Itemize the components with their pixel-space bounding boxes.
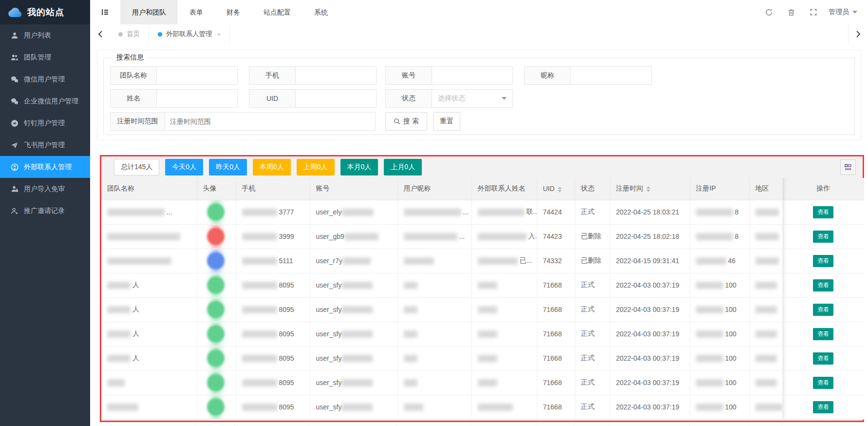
redacted-text bbox=[107, 330, 131, 338]
tab-close-icon[interactable]: × bbox=[217, 31, 221, 38]
topnav-item[interactable]: 系统 bbox=[302, 0, 340, 24]
column-settings-button[interactable] bbox=[840, 159, 856, 175]
view-button[interactable]: 查看 bbox=[813, 352, 833, 365]
redacted-text bbox=[344, 233, 378, 240]
tabs-scroll-left-icon[interactable] bbox=[90, 24, 110, 44]
field-account: 账号 bbox=[385, 66, 513, 85]
status-value: 正式 bbox=[581, 354, 595, 362]
view-button[interactable]: 查看 bbox=[813, 377, 833, 389]
team-name-input[interactable] bbox=[156, 66, 238, 85]
sidebar-item[interactable]: 微信用户管理 bbox=[0, 68, 90, 90]
stat-badge[interactable]: 昨天0人 bbox=[209, 159, 247, 175]
sidebar-item[interactable]: 用户导入免审 bbox=[0, 178, 90, 200]
view-button[interactable]: 查看 bbox=[813, 279, 833, 291]
topnav-item[interactable]: 用户和团队 bbox=[120, 0, 178, 24]
phone-input[interactable] bbox=[295, 66, 377, 85]
dingtalk-icon bbox=[11, 119, 19, 127]
reg-time-value: 2022-04-03 00:37:19 bbox=[616, 379, 679, 387]
tab-home[interactable]: 首页 bbox=[110, 24, 149, 44]
view-button[interactable]: 查看 bbox=[813, 255, 833, 267]
status-select[interactable]: 选择状态 bbox=[432, 89, 513, 108]
stat-badge[interactable]: 本周0人 bbox=[253, 159, 291, 175]
sidebar-item[interactable]: 外部联系人管理 bbox=[0, 156, 90, 178]
uid-value: 71668 bbox=[543, 281, 562, 289]
column-header[interactable]: UID bbox=[537, 178, 575, 200]
sidebar-item[interactable]: 钉钉用户管理 bbox=[0, 112, 90, 134]
sidebar-item[interactable]: 飞书用户管理 bbox=[0, 134, 90, 156]
table-row: 3999 user_gb9 ... 入... 74423 已删除 2022-04… bbox=[101, 224, 864, 249]
sidebar-item-label: 用户列表 bbox=[24, 31, 51, 40]
view-button[interactable]: 查看 bbox=[813, 206, 833, 218]
stat-badge[interactable]: 本月0人 bbox=[340, 159, 378, 175]
redacted-text bbox=[478, 404, 513, 411]
reg-time-value: 2022-04-25 18:03:21 bbox=[616, 208, 679, 216]
topnav-item[interactable]: 表单 bbox=[178, 0, 215, 24]
redacted-text bbox=[341, 209, 374, 216]
user-icon bbox=[11, 32, 19, 39]
redacted-text bbox=[341, 306, 373, 313]
reg-time-value: 2022-04-03 00:37:19 bbox=[616, 330, 679, 338]
sort-icon[interactable] bbox=[558, 187, 562, 193]
tabs-scroll-right-icon[interactable] bbox=[848, 24, 868, 44]
view-button[interactable]: 查看 bbox=[813, 328, 833, 340]
trash-icon[interactable] bbox=[780, 0, 802, 24]
table-row: 5111 user_r7y 已... 74332 已删除 2022-04-15 … bbox=[101, 249, 864, 273]
reg-time-value: 2022-04-25 18:02:18 bbox=[616, 232, 679, 240]
view-button[interactable]: 查看 bbox=[813, 304, 833, 316]
column-header: 头像 bbox=[197, 178, 236, 200]
redacted-text bbox=[478, 306, 497, 313]
sidebar-item[interactable]: 团队管理 bbox=[0, 46, 90, 68]
sidebar-item-label: 外部联系人管理 bbox=[24, 163, 72, 172]
redacted-text bbox=[341, 379, 373, 387]
stat-badge[interactable]: 总计145人 bbox=[114, 159, 159, 175]
nickname-input[interactable] bbox=[570, 66, 652, 85]
field-label: 状态 bbox=[385, 89, 432, 108]
refresh-icon[interactable] bbox=[757, 0, 780, 24]
top-nav: 用户和团队表单财务站点配置系统 bbox=[120, 0, 340, 24]
view-button[interactable]: 查看 bbox=[813, 401, 833, 413]
redacted-text bbox=[696, 355, 723, 362]
tab-external-contacts[interactable]: 外部联系人管理 × bbox=[149, 24, 230, 44]
sort-icon[interactable] bbox=[646, 186, 650, 192]
uid-value: 71668 bbox=[543, 330, 562, 338]
reg-time-value: 2022-04-03 00:37:19 bbox=[616, 306, 679, 313]
sidebar-item[interactable]: 推广邀请记录 bbox=[0, 200, 90, 222]
admin-label: 管理员 bbox=[829, 8, 849, 17]
search-button-label: 搜 索 bbox=[403, 117, 419, 126]
app-root: 我的站点 用户列表 团队管理 微信用户管理 企业微信用户管理 钉钉用户管理 飞书… bbox=[0, 0, 868, 426]
field-label: 注册时间范围 bbox=[110, 112, 165, 131]
redacted-text bbox=[478, 355, 497, 362]
column-header[interactable]: 注册时间 bbox=[610, 178, 690, 200]
admin-dropdown[interactable]: 管理员 bbox=[825, 8, 861, 17]
fullscreen-icon[interactable] bbox=[802, 0, 825, 24]
name-input[interactable] bbox=[156, 89, 238, 108]
uid-value: 71668 bbox=[543, 354, 562, 362]
sidebar-item[interactable]: 企业微信用户管理 bbox=[0, 90, 90, 112]
menu-toggle-icon[interactable] bbox=[90, 0, 120, 24]
redacted-text bbox=[478, 209, 525, 216]
redacted-text bbox=[755, 355, 777, 362]
view-button[interactable]: 查看 bbox=[813, 231, 833, 243]
stat-badge[interactable]: 上周0人 bbox=[297, 159, 335, 175]
table-row: 人 8095 user_sfy 71668 正式 2022-04-03 00:3… bbox=[101, 346, 864, 370]
reg-range-input[interactable] bbox=[165, 112, 376, 131]
redacted-text bbox=[755, 257, 779, 265]
uid-value: 74423 bbox=[543, 232, 562, 240]
stat-badge[interactable]: 上月0人 bbox=[384, 159, 422, 175]
reset-button[interactable]: 重置 bbox=[433, 112, 460, 131]
stats-toolbar: 总计145人今天0人昨天0人本周0人上周0人本月0人上月0人 bbox=[101, 156, 863, 178]
redacted-text bbox=[696, 379, 723, 387]
sidebar-item[interactable]: 用户列表 bbox=[0, 24, 90, 46]
uid-input[interactable] bbox=[295, 89, 377, 108]
topnav-item[interactable]: 财务 bbox=[215, 0, 252, 24]
search-row-3: 注册时间范围 搜 索 重置 bbox=[104, 112, 854, 131]
topbar: 用户和团队表单财务站点配置系统 管理员 bbox=[90, 0, 868, 24]
tab-dot-icon bbox=[158, 32, 162, 37]
search-button[interactable]: 搜 索 bbox=[385, 112, 427, 131]
stat-badge[interactable]: 今天0人 bbox=[165, 159, 203, 175]
account-input[interactable] bbox=[432, 66, 513, 85]
uid-value: 71668 bbox=[543, 403, 562, 411]
column-header: 地区 bbox=[749, 178, 782, 200]
redacted-text bbox=[404, 257, 434, 265]
topnav-item[interactable]: 站点配置 bbox=[252, 0, 302, 24]
